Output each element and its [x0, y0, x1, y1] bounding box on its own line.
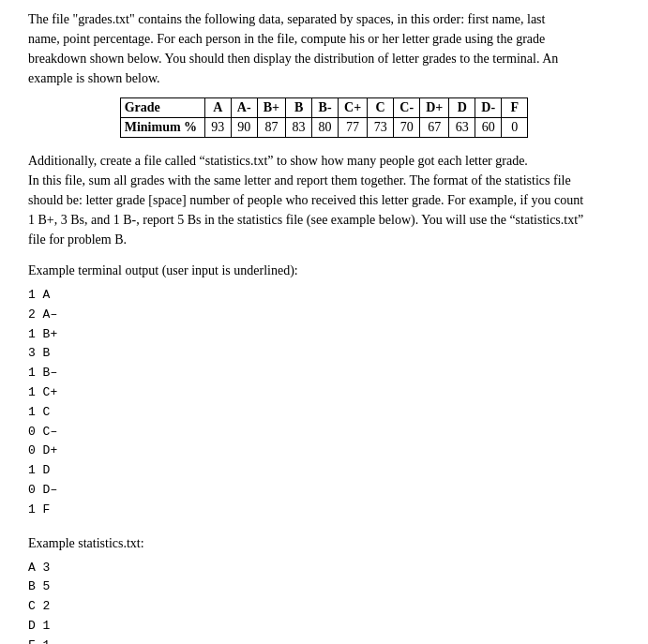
grade-data-cell-4: 83: [286, 118, 312, 138]
terminal-line-3: 3 B: [28, 344, 620, 364]
stats-line-1: B 5: [28, 577, 620, 597]
grade-data-cell-3: 87: [257, 118, 285, 138]
grade-header-row: GradeAA-B+BB-C+CC-D+DD-F: [120, 98, 528, 118]
additionally-section: Additionally, create a file called “stat…: [28, 151, 620, 249]
grade-header-cell-3: B+: [257, 98, 285, 118]
intro-line1: The file "grades.txt" contains the follo…: [28, 12, 545, 26]
grade-header-cell-9: D+: [420, 98, 449, 118]
grade-header-cell-1: A: [204, 98, 231, 118]
grade-header-cell-4: B: [286, 98, 312, 118]
grade-header-cell-8: C-: [394, 98, 420, 118]
grade-data-cell-9: 67: [420, 118, 449, 138]
grade-header-cell-6: C+: [339, 98, 368, 118]
terminal-line-5: 1 C+: [28, 383, 620, 403]
grade-table: GradeAA-B+BB-C+CC-D+DD-F Minimum %939087…: [120, 97, 529, 138]
terminal-line-8: 0 D+: [28, 442, 620, 461]
intro-line2: name, point percentage. For each person …: [28, 32, 545, 46]
grade-data-cell-12: 0: [502, 118, 528, 138]
terminal-line-1: 2 A–: [28, 306, 620, 325]
grade-table-container: GradeAA-B+BB-C+CC-D+DD-F Minimum %939087…: [28, 97, 620, 138]
grade-header-cell-5: B-: [312, 98, 339, 118]
intro-line4: example is shown below.: [28, 71, 160, 85]
terminal-line-4: 1 B–: [28, 364, 620, 383]
grade-data-cell-11: 60: [475, 118, 502, 138]
stats-output: A 3B 5C 2D 1F 1: [28, 559, 620, 644]
terminal-line-9: 1 D: [28, 461, 620, 481]
grade-data-cell-1: 93: [204, 118, 231, 138]
stats-line-0: A 3: [28, 559, 620, 578]
terminal-line-6: 1 C: [28, 403, 620, 423]
stats-line-4: F 1: [28, 637, 620, 644]
grade-header-cell-10: D: [449, 98, 475, 118]
additionally-line-4: file for problem B.: [28, 232, 127, 247]
stats-label: Example statistics.txt:: [28, 533, 620, 553]
grade-data-row: Minimum %93908783807773706763600: [120, 118, 528, 138]
terminal-line-10: 0 D–: [28, 481, 620, 501]
additionally-line-3: 1 B+, 3 Bs, and 1 B-, report 5 Bs in the…: [28, 213, 583, 227]
grade-header-cell-2: A-: [231, 98, 257, 118]
grade-header-cell-7: C: [368, 98, 394, 118]
additionally-line-2: should be: letter grade [space] number o…: [28, 193, 583, 207]
additionally-line-0: Additionally, create a file called “stat…: [28, 154, 528, 168]
grade-header-cell-0: Grade: [120, 98, 204, 118]
grade-data-cell-6: 77: [339, 118, 368, 138]
terminal-line-2: 1 B+: [28, 325, 620, 345]
additionally-line-1: In this file, sum all grades with the sa…: [28, 173, 571, 187]
terminal-line-7: 0 C–: [28, 423, 620, 442]
terminal-output: 1 A2 A–1 B+3 B1 B–1 C+1 C0 C–0 D+1 D0 D–…: [28, 286, 620, 520]
grade-data-cell-0: Minimum %: [120, 118, 204, 138]
intro-line3: breakdown shown below. You should then d…: [28, 52, 558, 66]
terminal-line-11: 1 F: [28, 501, 620, 520]
example-terminal-label: Example terminal output (user input is u…: [28, 261, 620, 280]
stats-line-3: D 1: [28, 617, 620, 637]
intro-paragraph: The file "grades.txt" contains the follo…: [28, 9, 620, 88]
grade-header-cell-12: F: [502, 98, 528, 118]
grade-data-cell-8: 70: [394, 118, 420, 138]
stats-line-2: C 2: [28, 597, 620, 617]
grade-data-cell-2: 90: [231, 118, 257, 138]
grade-data-cell-10: 63: [449, 118, 475, 138]
terminal-line-0: 1 A: [28, 286, 620, 306]
grade-header-cell-11: D-: [475, 98, 502, 118]
intro-text: The file "grades.txt" contains the follo…: [28, 9, 620, 88]
grade-data-cell-5: 80: [312, 118, 339, 138]
additionally-lines: Additionally, create a file called “stat…: [28, 154, 583, 247]
grade-data-cell-7: 73: [368, 118, 394, 138]
